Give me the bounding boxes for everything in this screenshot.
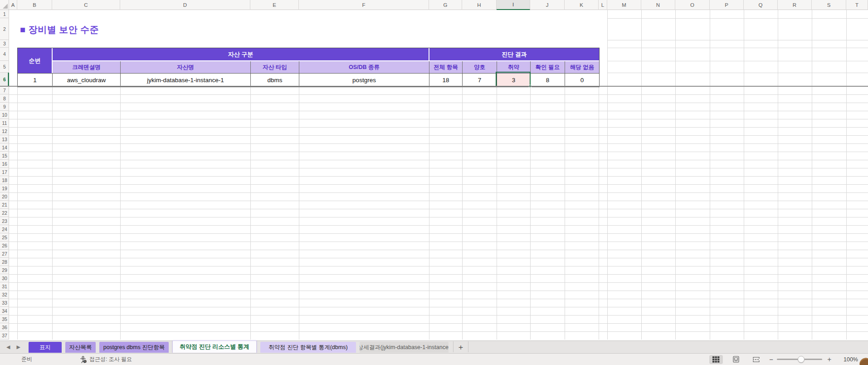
cell-good[interactable]: 7	[463, 73, 497, 87]
column-header-F[interactable]: F	[299, 0, 429, 10]
page-break-preview-button[interactable]	[749, 355, 763, 364]
column-header-A[interactable]: A	[9, 0, 17, 10]
row-header-25[interactable]: 25	[0, 233, 9, 242]
row-header-14[interactable]: 14	[0, 143, 9, 152]
row-header-17[interactable]: 17	[0, 168, 9, 176]
column-header-O[interactable]: O	[675, 0, 710, 10]
next-sheet-arrow-icon[interactable]: ▶	[16, 344, 20, 350]
row-header-16[interactable]: 16	[0, 160, 9, 168]
subheader-total[interactable]: 전체 항목	[429, 61, 463, 73]
column-header-Q[interactable]: Q	[744, 0, 778, 10]
normal-view-button[interactable]	[709, 355, 723, 364]
subheader-check-needed[interactable]: 확인 필요	[531, 61, 565, 73]
page-layout-view-button[interactable]	[729, 355, 743, 364]
row-header-30[interactable]: 30	[0, 274, 9, 282]
row-header-9[interactable]: 9	[0, 103, 9, 111]
subheader-not-applicable[interactable]: 해당 없음	[565, 61, 599, 73]
row-header-21[interactable]: 21	[0, 201, 9, 209]
column-header-B[interactable]: B	[17, 0, 52, 10]
grid-view-icon	[712, 356, 720, 363]
row-header-35[interactable]: 35	[0, 315, 9, 323]
cell-credential[interactable]: aws_cloudraw	[53, 73, 121, 87]
row-header-7[interactable]: 7	[0, 86, 9, 94]
sheet-tab-2[interactable]: postgres dbms 진단항목	[99, 342, 169, 353]
row-header-13[interactable]: 13	[0, 135, 9, 143]
row-header-2[interactable]: 2	[0, 18, 9, 40]
column-header-J[interactable]: J	[530, 0, 565, 10]
row-header-22[interactable]: 22	[0, 209, 9, 217]
select-all-corner[interactable]	[0, 0, 9, 10]
row-header-28[interactable]: 28	[0, 258, 9, 266]
row-header-18[interactable]: 18	[0, 176, 9, 184]
row-header-29[interactable]: 29	[0, 266, 9, 274]
row-header-10[interactable]: 10	[0, 111, 9, 119]
cell-osdb-kind[interactable]: postgres	[299, 73, 429, 87]
column-header-H[interactable]: H	[462, 0, 497, 10]
row-header-37[interactable]: 37	[0, 331, 9, 340]
gridline-horizontal	[9, 225, 868, 226]
sheet-tab-1[interactable]: 자산목록	[65, 342, 96, 353]
sheet-tab-5[interactable]: 상세결과(jykim-database-1-instance-	[360, 342, 449, 353]
zoom-slider-track[interactable]	[777, 359, 822, 360]
subheader-good[interactable]: 양호	[463, 61, 497, 73]
row-header-11[interactable]: 11	[0, 119, 9, 127]
prev-sheet-arrow-icon[interactable]: ◀	[6, 344, 10, 350]
sheet-tab-3[interactable]: 취약점 진단 리소스별 통계	[172, 340, 257, 353]
cell-seq[interactable]: 1	[18, 73, 53, 87]
row-header-36[interactable]: 36	[0, 323, 9, 331]
sheet-grid[interactable]: ■ 장비별 보안 수준 순번 자산 구분 진단 결과 크레덴셜명 자산명 자산 …	[9, 10, 868, 340]
column-header-P[interactable]: P	[710, 0, 744, 10]
column-header-M[interactable]: M	[607, 0, 641, 10]
zoom-level-label[interactable]: 100%	[839, 356, 858, 363]
row-header-26[interactable]: 26	[0, 242, 9, 250]
column-header-C[interactable]: C	[52, 0, 120, 10]
row-header-4[interactable]: 4	[0, 48, 9, 61]
zoom-out-button[interactable]: −	[769, 355, 773, 363]
sheet-tab-4[interactable]: 취약점 진단 항목별 통계(dbms)	[260, 342, 356, 353]
row-header-19[interactable]: 19	[0, 184, 9, 192]
row-header-12[interactable]: 12	[0, 127, 9, 135]
row-header-15[interactable]: 15	[0, 152, 9, 160]
add-sheet-button[interactable]: ＋	[453, 341, 468, 352]
sheet-tab-0[interactable]: 표지	[29, 342, 62, 353]
column-header-E[interactable]: E	[250, 0, 299, 10]
column-header-T[interactable]: T	[846, 0, 868, 10]
column-header-G[interactable]: G	[429, 0, 462, 10]
row-header-32[interactable]: 32	[0, 291, 9, 299]
subheader-asset-name[interactable]: 자산명	[121, 61, 251, 73]
subheader-asset-type[interactable]: 자산 타입	[251, 61, 299, 73]
cell-check-needed[interactable]: 8	[531, 73, 565, 87]
row-header-34[interactable]: 34	[0, 307, 9, 315]
column-header-D[interactable]: D	[120, 0, 250, 10]
row-header-6[interactable]: 6	[0, 73, 9, 86]
subheader-osdb-kind[interactable]: OS/DB 종류	[299, 61, 429, 73]
column-header-K[interactable]: K	[565, 0, 599, 10]
row-header-31[interactable]: 31	[0, 282, 9, 291]
accessibility-status[interactable]: ! 접근성: 조사 필요	[80, 355, 132, 363]
row-header-24[interactable]: 24	[0, 225, 9, 233]
zoom-in-button[interactable]: ＋	[826, 355, 833, 364]
zoom-slider-knob[interactable]	[798, 356, 805, 363]
cell-asset-type[interactable]: dbms	[251, 73, 299, 87]
column-header-S[interactable]: S	[812, 0, 846, 10]
column-header-N[interactable]: N	[641, 0, 675, 10]
table-header-result-group[interactable]: 진단 결과	[429, 48, 599, 61]
column-header-R[interactable]: R	[778, 0, 812, 10]
cell-not-applicable[interactable]: 0	[565, 73, 599, 87]
row-header-5[interactable]: 5	[0, 61, 9, 73]
row-header-8[interactable]: 8	[0, 94, 9, 103]
row-header-33[interactable]: 33	[0, 299, 9, 307]
row-header-20[interactable]: 20	[0, 192, 9, 201]
row-header-1[interactable]: 1	[0, 10, 9, 18]
column-header-L[interactable]: L	[599, 0, 607, 10]
gridline-horizontal	[9, 299, 868, 299]
column-header-I[interactable]: I	[497, 0, 530, 10]
table-header-seq[interactable]: 순번	[18, 48, 53, 73]
row-header-27[interactable]: 27	[0, 250, 9, 258]
cell-total[interactable]: 18	[429, 73, 463, 87]
cell-asset-name[interactable]: jykim-database-1-instance-1	[121, 73, 251, 87]
row-header-3[interactable]: 3	[0, 40, 9, 48]
row-header-23[interactable]: 23	[0, 217, 9, 225]
subheader-credential[interactable]: 크레덴셜명	[53, 61, 121, 73]
table-header-asset-group[interactable]: 자산 구분	[53, 48, 429, 61]
